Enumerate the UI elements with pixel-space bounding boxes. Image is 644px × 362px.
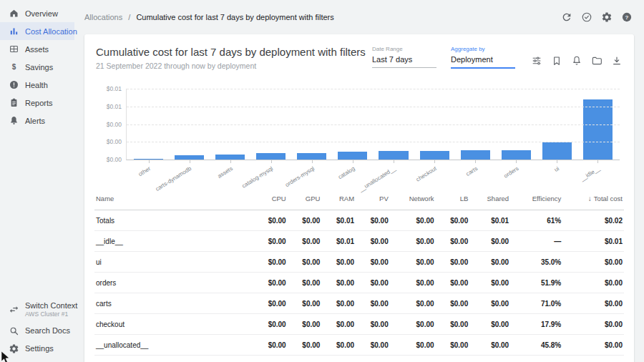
chart-gridline xyxy=(127,124,620,125)
aggregate-by-select[interactable]: Aggregate by Deployment xyxy=(451,46,515,69)
swap-horiz-icon xyxy=(9,304,19,315)
column-header-gpu[interactable]: GPU xyxy=(288,187,322,210)
row-cell: $0.00 xyxy=(321,335,356,356)
row-name: Totals xyxy=(94,210,253,231)
sidebar-item-cost-allocation[interactable]: Cost Allocation xyxy=(0,22,74,40)
row-cell: — xyxy=(510,231,562,252)
folder-icon-button[interactable] xyxy=(591,55,602,67)
row-cell: $0.00 xyxy=(288,252,322,273)
sidebar-item-label: Settings xyxy=(25,344,54,354)
column-header-shared[interactable]: Shared xyxy=(469,187,510,210)
chart-x-tick xyxy=(271,160,272,163)
table-row-idle[interactable]: __idle__$0.00$0.00$0.01$0.00$0.00$0.00$0… xyxy=(94,231,624,252)
grid-icon xyxy=(9,44,19,54)
chart-x-tick xyxy=(597,160,598,163)
sidebar-item-alerts[interactable]: Alerts xyxy=(0,112,74,129)
chart-bar[interactable] xyxy=(420,151,449,160)
table-row-totals[interactable]: Totals$0.00$0.00$0.01$0.00$0.00$0.00$0.0… xyxy=(94,210,624,231)
bell-outline-icon-button[interactable] xyxy=(571,55,582,67)
row-cell: 35.0% xyxy=(510,252,562,273)
table-row-catalog[interactable]: catalog$0.00$0.00$0.00$0.00$0.00$0.00$0.… xyxy=(94,356,624,362)
help-icon-button[interactable]: ? xyxy=(621,11,633,23)
row-cell: $0.00 xyxy=(390,314,436,335)
row-cell: $0.00 xyxy=(469,231,510,252)
row-cell: $0.00 xyxy=(253,356,288,362)
gear-icon xyxy=(601,11,613,23)
row-cell: $0.00 xyxy=(356,356,390,362)
report-header: Cumulative cost for last 7 days by deplo… xyxy=(94,44,624,70)
row-cell: $0.00 xyxy=(288,231,322,252)
report-subtitle: 21 September 2022 through now by deploym… xyxy=(96,62,366,70)
column-header-total-cost[interactable]: ↓Total cost xyxy=(562,187,624,210)
table-row-unallocated[interactable]: __unallocated__$0.00$0.00$0.00$0.00$0.00… xyxy=(94,335,624,356)
download-icon xyxy=(611,55,623,67)
report-action-icons xyxy=(531,55,623,67)
row-cell: $0.00 xyxy=(562,293,624,314)
row-cell: $0.00 xyxy=(356,231,390,252)
row-cell: $0.02 xyxy=(562,210,624,231)
row-cell: $0.00 xyxy=(356,210,390,231)
bell-outline-icon xyxy=(571,55,582,67)
main-area: Allocations / Cumulative cost for last 7… xyxy=(74,0,644,362)
sidebar-item-reports[interactable]: Reports xyxy=(0,94,74,112)
sidebar-item-health[interactable]: Health xyxy=(0,76,74,94)
download-icon-button[interactable] xyxy=(611,55,623,67)
sidebar-item-switch-context[interactable]: Switch ContextAWS Cluster #1 xyxy=(0,298,74,322)
report-card: Cumulative cost for last 7 days by deplo… xyxy=(84,34,634,362)
sidebar: OverviewCost AllocationAssets$SavingsHea… xyxy=(0,0,74,362)
gear-icon-button[interactable] xyxy=(601,11,613,23)
row-cell: 6.1% xyxy=(510,356,562,362)
row-cell: $0.00 xyxy=(436,356,470,362)
cost-bar-chart: othercarts-dynamodbassetscatalog-mysqlor… xyxy=(126,89,620,186)
check-circle-icon-button[interactable] xyxy=(581,11,592,23)
tune-icon xyxy=(531,55,542,67)
table-row-orders[interactable]: orders$0.00$0.00$0.00$0.00$0.00$0.00$0.0… xyxy=(94,273,624,293)
chart-bar[interactable] xyxy=(215,155,245,160)
row-cell: $0.00 xyxy=(288,335,322,356)
row-cell: $0.00 xyxy=(562,273,624,293)
sidebar-item-label: Alerts xyxy=(25,117,45,125)
row-cell: $0.00 xyxy=(321,273,356,293)
row-name: carts xyxy=(94,293,253,314)
tune-icon-button[interactable] xyxy=(531,55,542,67)
column-header-lb[interactable]: LB xyxy=(436,187,470,210)
refresh-icon-button[interactable] xyxy=(561,11,572,23)
chart-gridline xyxy=(127,107,620,107)
column-header-network[interactable]: Network xyxy=(390,187,436,210)
chart-bar[interactable] xyxy=(583,99,613,160)
bookmark-icon-button[interactable] xyxy=(551,55,562,67)
chart-bar[interactable] xyxy=(338,152,367,160)
sidebar-item-search-docs[interactable]: Search Docs xyxy=(0,322,74,340)
row-cell: $0.00 xyxy=(562,356,624,362)
column-header-efficiency[interactable]: Efficiency xyxy=(510,187,562,210)
sidebar-item-savings[interactable]: $Savings xyxy=(0,58,74,76)
table-row-ui[interactable]: ui$0.00$0.00$0.00$0.00$0.00$0.00$0.0035.… xyxy=(94,252,624,273)
row-cell: $0.00 xyxy=(356,273,390,293)
sidebar-item-assets[interactable]: Assets xyxy=(0,40,74,58)
topbar: Allocations / Cumulative cost for last 7… xyxy=(74,0,644,34)
clipboard-icon xyxy=(9,97,19,108)
column-header-ram[interactable]: RAM xyxy=(321,187,356,210)
date-range-label: Date Range xyxy=(372,46,436,52)
chart-bar[interactable] xyxy=(379,151,408,160)
chart-bar[interactable] xyxy=(461,150,490,160)
row-cell: $0.00 xyxy=(469,314,510,335)
date-range-select[interactable]: Date Range Last 7 days xyxy=(372,46,436,68)
row-cell: $0.00 xyxy=(321,356,356,362)
chart-bar[interactable] xyxy=(502,150,531,160)
breadcrumb-section[interactable]: Allocations xyxy=(84,13,122,21)
table-row-carts[interactable]: carts$0.00$0.00$0.00$0.00$0.00$0.00$0.00… xyxy=(94,293,624,314)
sidebar-item-overview[interactable]: Overview xyxy=(0,4,74,22)
aggregate-by-value: Deployment xyxy=(451,55,515,69)
table-row-checkout[interactable]: checkout$0.00$0.00$0.00$0.00$0.00$0.00$0… xyxy=(94,314,624,335)
chart-bar[interactable] xyxy=(256,153,286,160)
column-header-cpu[interactable]: CPU xyxy=(253,187,288,210)
row-cell: $0.00 xyxy=(390,293,436,314)
sidebar-item-settings[interactable]: Settings xyxy=(0,340,74,358)
health-icon xyxy=(9,79,19,90)
row-cell: $0.00 xyxy=(253,293,288,314)
column-header-name[interactable]: Name xyxy=(94,187,253,210)
chart-bar[interactable] xyxy=(542,142,572,160)
chart-bar[interactable] xyxy=(297,153,326,160)
row-cell: $0.00 xyxy=(390,273,436,293)
